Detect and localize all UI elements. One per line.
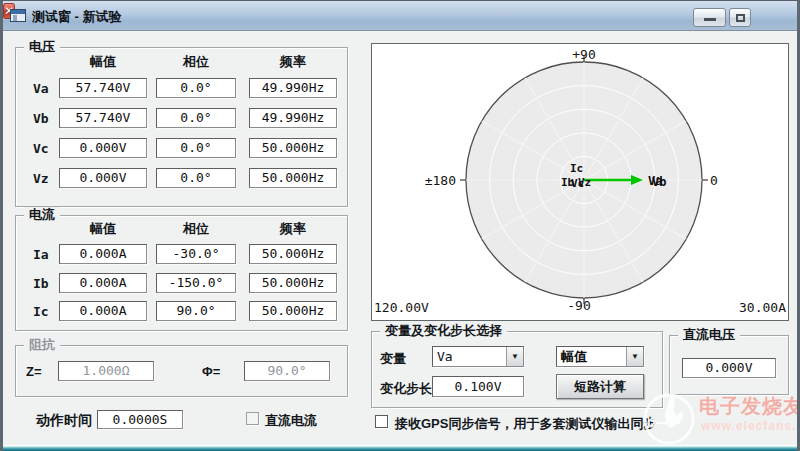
ia-phase-field[interactable]: -30.0°	[156, 244, 236, 264]
row-label-vc: Vc	[33, 141, 49, 156]
vb-amplitude-field[interactable]: 57.740V	[59, 108, 147, 128]
ic-amplitude-field[interactable]: 0.000A	[59, 301, 147, 321]
dc-current-label: 直流电流	[265, 412, 317, 430]
impedance-group: 阻抗 Z= 1.000Ω Φ= 90.0°	[15, 345, 348, 397]
ib-frequency-field[interactable]: 50.000Hz	[249, 273, 337, 293]
angle-left-label: ±180	[425, 173, 456, 188]
step-size-label: 变化步长	[380, 380, 432, 398]
row-label-ia: Ia	[33, 247, 49, 262]
va-frequency-field[interactable]: 49.990Hz	[249, 78, 337, 98]
gps-sync-checkbox[interactable]	[375, 415, 388, 428]
variable-select[interactable]: Va ▼	[432, 346, 524, 367]
current-group: 电流 幅值 相位 频率 Ia 0.000A -30.0° 50.000Hz Ib…	[15, 215, 348, 331]
gps-sync-label: 接收GPS同步信号，用于多套测试仪输出同步	[395, 415, 656, 433]
vb-phase-field[interactable]: 0.0°	[156, 108, 236, 128]
phasor-vector-tip-labels: Va Vb	[648, 174, 666, 189]
ic-frequency-field[interactable]: 50.000Hz	[249, 301, 337, 321]
ic-vector-label: Ic	[570, 162, 583, 175]
va-amplitude-field[interactable]: 57.740V	[59, 78, 147, 98]
voltage-amp-header: 幅值	[59, 53, 147, 71]
z-label: Z=	[26, 364, 42, 379]
dc-voltage-field[interactable]: 0.000V	[682, 358, 776, 378]
step-size-field[interactable]: 0.100V	[432, 376, 524, 397]
dc-voltage-group-title: 直流电压	[678, 327, 740, 343]
ia-amplitude-field[interactable]: 0.000A	[59, 244, 147, 264]
z-value-field: 1.000Ω	[58, 361, 154, 381]
voltage-group: 电压 幅值 相位 频率 Va 57.740V 0.0° 49.990Hz Vb …	[15, 47, 348, 207]
vb-vector-label: Vb	[652, 175, 666, 189]
impedance-group-title: 阻抗	[24, 337, 60, 353]
angle-bottom-label: -90	[567, 298, 590, 313]
vb-frequency-field[interactable]: 49.990Hz	[249, 108, 337, 128]
current-group-title: 电流	[24, 207, 60, 223]
vz-frequency-field[interactable]: 50.000Hz	[249, 168, 337, 188]
action-time-label: 动作时间	[36, 412, 92, 430]
vc-frequency-field[interactable]: 50.000Hz	[249, 138, 337, 158]
current-freq-header: 频率	[249, 220, 337, 238]
current-scale-label: 30.00A	[739, 300, 786, 315]
phi-label: Φ=	[202, 364, 220, 379]
variable-step-group: 变量及变化步长选择 变量 Va ▼ 幅值 ▼ 变化步长 0.100V 短路计算	[371, 331, 663, 408]
angle-top-label: +90	[572, 47, 595, 62]
action-time-field[interactable]: 0.0000S	[97, 410, 183, 429]
vc-amplitude-field[interactable]: 0.000V	[59, 138, 147, 158]
variable-label: 变量	[380, 350, 406, 368]
mode-select-value: 幅值	[557, 347, 626, 366]
dc-voltage-group: 直流电压 0.000V	[669, 335, 789, 395]
ic-phase-field[interactable]: 90.0°	[156, 301, 236, 321]
current-phase-header: 相位	[156, 220, 236, 238]
vz-amplitude-field[interactable]: 0.000V	[59, 168, 147, 188]
row-label-va: Va	[33, 81, 49, 96]
vz-vector-label: Vz	[578, 176, 591, 189]
maximize-icon	[736, 14, 745, 22]
short-circuit-calc-button[interactable]: 短路计算	[556, 374, 644, 399]
vz-phase-field[interactable]: 0.0°	[156, 168, 236, 188]
window-icon	[10, 9, 26, 22]
dc-current-checkbox[interactable]	[246, 412, 259, 425]
ia-frequency-field[interactable]: 50.000Hz	[249, 244, 337, 264]
ib-phase-field[interactable]: -150.0°	[156, 273, 236, 293]
minimize-button[interactable]	[693, 8, 726, 27]
row-label-vz: Vz	[33, 171, 49, 186]
voltage-phase-header: 相位	[156, 53, 236, 71]
phasor-diagram-panel: +90 ±180 0 -90 120.00V 30.00A Ic Ib Vc V…	[371, 43, 789, 321]
watermark-url: www.elecfans.com	[701, 419, 800, 433]
ib-amplitude-field[interactable]: 0.000A	[59, 273, 147, 293]
voltage-group-title: 电压	[24, 39, 60, 55]
current-amp-header: 幅值	[59, 220, 147, 238]
row-label-ic: Ic	[33, 304, 49, 319]
phasor-diagram: +90 ±180 0 -90 120.00V 30.00A Ic Ib Vc V…	[372, 44, 788, 320]
phi-value-field: 90.0°	[244, 361, 330, 381]
maximize-button[interactable]	[729, 8, 751, 27]
title-bar[interactable]: 测试窗 - 新试验 ✕	[3, 1, 797, 31]
vc-phase-field[interactable]: 0.0°	[156, 138, 236, 158]
chevron-down-icon: ▼	[631, 352, 639, 361]
row-label-vb: Vb	[33, 111, 49, 126]
test-window: 测试窗 - 新试验 ✕ 电压 幅值 相位 频率 Va 57.740V 0.0° …	[0, 0, 800, 451]
voltage-freq-header: 频率	[249, 53, 337, 71]
window-bottom-border	[3, 445, 797, 451]
window-body: 电压 幅值 相位 频率 Va 57.740V 0.0° 49.990Hz Vb …	[3, 31, 797, 451]
minimize-icon	[704, 18, 716, 21]
mode-select[interactable]: 幅值 ▼	[556, 346, 644, 367]
watermark-brand: 电子发烧友	[699, 393, 800, 420]
variable-step-group-title: 变量及变化步长选择	[380, 323, 507, 339]
window-title: 测试窗 - 新试验	[32, 8, 122, 26]
chevron-down-icon: ▼	[511, 352, 519, 361]
voltage-scale-label: 120.00V	[374, 300, 429, 315]
va-phase-field[interactable]: 0.0°	[156, 78, 236, 98]
mode-select-arrow[interactable]: ▼	[626, 347, 643, 366]
row-label-ib: Ib	[33, 276, 49, 291]
variable-select-arrow[interactable]: ▼	[506, 347, 523, 366]
variable-select-value: Va	[433, 347, 506, 366]
angle-right-label: 0	[710, 173, 718, 188]
